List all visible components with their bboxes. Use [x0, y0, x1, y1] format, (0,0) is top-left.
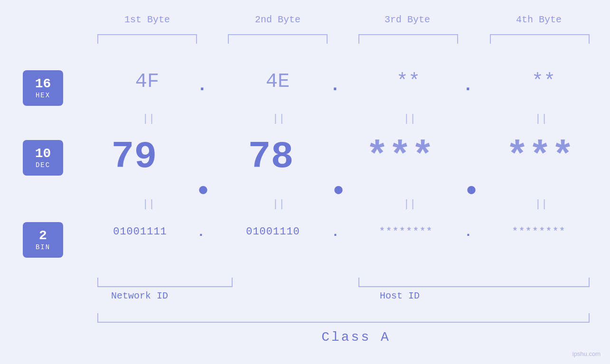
col-header-2: 2nd Byte	[214, 14, 342, 25]
hex-dot-1: .	[197, 76, 207, 95]
hex-dot-2: .	[330, 76, 340, 95]
eq-2-1: ||	[141, 198, 156, 210]
bin-dot-3: .	[464, 225, 472, 240]
dec-dot-2: •	[330, 176, 347, 208]
bin-dot-2: .	[331, 225, 339, 240]
dec-dot-1: •	[195, 176, 212, 208]
eq-2-4: ||	[534, 198, 548, 210]
main-page: 1st Byte 2nd Byte 3rd Byte 4th Byte 16 H…	[0, 0, 610, 364]
eq-1-4: ||	[534, 113, 548, 125]
bracket-top-3	[358, 34, 458, 44]
eq-1-2: ||	[272, 113, 286, 125]
bracket-host-id	[358, 278, 590, 287]
eq-1-1: ||	[141, 113, 156, 125]
bin-badge: 2 BIN	[23, 222, 63, 258]
hex-val-2: 4E	[240, 70, 316, 93]
dec-val-4: ***	[494, 135, 586, 178]
eq-2-2: ||	[272, 198, 286, 210]
dec-val-3: ***	[354, 135, 446, 178]
col-header-1: 1st Byte	[83, 14, 211, 25]
col-header-4: 4th Byte	[475, 14, 603, 25]
bracket-network-id	[97, 278, 233, 287]
hex-val-4: **	[503, 70, 584, 93]
bracket-top-1	[97, 34, 197, 44]
hex-val-1: 4F	[109, 70, 185, 93]
bin-base-num: 2	[39, 229, 47, 243]
watermark: ipshu.com	[572, 350, 601, 357]
dec-val-2: 78	[225, 135, 317, 178]
hex-base-label: HEX	[36, 92, 50, 99]
dec-val-1: 79	[88, 135, 180, 178]
col-header-3: 3rd Byte	[343, 14, 471, 25]
dec-base-num: 10	[35, 147, 51, 160]
bracket-class-a	[97, 313, 590, 323]
host-id-label: Host ID	[380, 290, 420, 301]
dec-base-label: DEC	[36, 161, 50, 169]
eq-1-3: ||	[403, 113, 417, 125]
dec-badge: 10 DEC	[23, 140, 63, 176]
bin-base-label: BIN	[36, 243, 50, 251]
dec-dot-3: •	[463, 176, 480, 208]
bin-val-4: ********	[475, 226, 603, 238]
bin-dot-1: .	[197, 225, 205, 240]
bin-val-3: ********	[342, 226, 470, 238]
bracket-top-2	[228, 34, 328, 44]
network-id-label: Network ID	[111, 290, 168, 301]
hex-badge: 16 HEX	[23, 70, 63, 106]
hex-base-num: 16	[35, 77, 51, 91]
bin-val-2: 01001110	[209, 226, 337, 238]
hex-dot-3: .	[463, 76, 473, 95]
hex-val-3: **	[368, 70, 449, 93]
eq-2-3: ||	[403, 198, 417, 210]
bin-val-1: 01001111	[76, 226, 204, 238]
class-a-label: Class A	[285, 330, 427, 345]
bracket-top-4	[490, 34, 590, 44]
